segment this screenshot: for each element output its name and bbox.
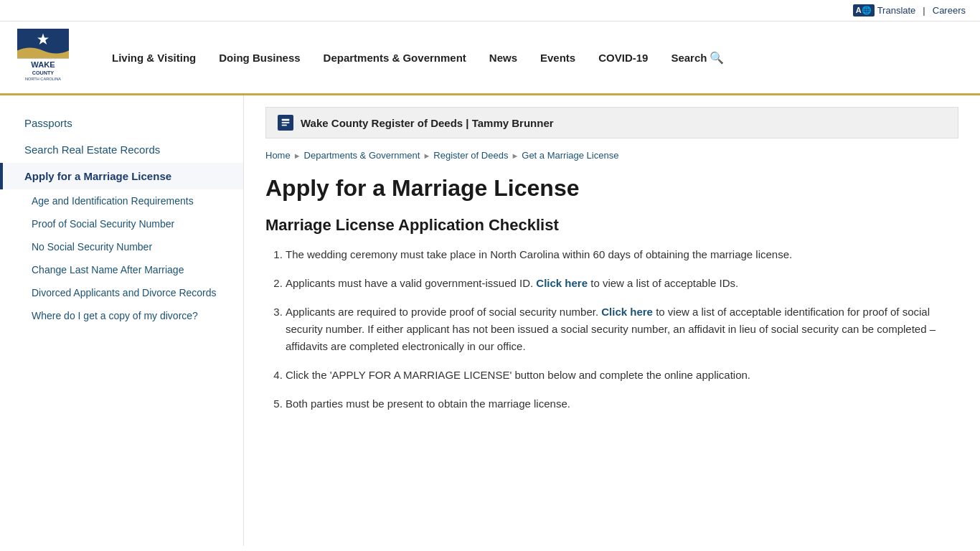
sidebar-item-change-name[interactable]: Change Last Name After Marriage [0, 258, 243, 281]
checklist-item-3: Applicants are required to provide proof… [286, 303, 958, 355]
sidebar-item-age-id[interactable]: Age and Identification Requirements [0, 189, 243, 212]
nav-doing-business[interactable]: Doing Business [207, 29, 311, 88]
checklist-item-2: Applicants must have a valid government-… [286, 275, 958, 292]
page-container: Passports Search Real Estate Records App… [0, 95, 980, 546]
nav-covid19[interactable]: COVID-19 [587, 29, 659, 88]
site-header: WAKE COUNTY NORTH CAROLINA Living & Visi… [0, 22, 980, 95]
translate-icon: A🌐 [853, 4, 875, 17]
sidebar-item-passports[interactable]: Passports [0, 110, 243, 136]
checklist-item-4: Click the 'APPLY FOR A MARRIAGE LICENSE'… [286, 367, 958, 384]
checklist-item-5: Both parties must be present to obtain t… [286, 395, 958, 413]
separator: | [923, 5, 925, 16]
nav-living-visiting[interactable]: Living & Visiting [100, 29, 207, 88]
svg-text:WAKE: WAKE [31, 60, 55, 69]
breadcrumb-sep-1: ► [293, 151, 301, 160]
sidebar-item-no-ssn[interactable]: No Social Security Number [0, 235, 243, 258]
nav-events[interactable]: Events [529, 29, 587, 88]
dept-banner: Wake County Register of Deeds | Tammy Br… [265, 107, 958, 138]
breadcrumb-register-deeds[interactable]: Register of Deeds [433, 150, 508, 161]
utility-bar: A🌐 Translate | Careers [0, 0, 980, 22]
checklist-item-3-link[interactable]: Click here [601, 306, 653, 318]
translate-link[interactable]: Translate [877, 5, 916, 16]
logo-area: WAKE COUNTY NORTH CAROLINA [14, 22, 86, 93]
breadcrumb-sep-2: ► [423, 151, 430, 160]
breadcrumb: Home ► Departments & Government ► Regist… [265, 150, 958, 161]
sidebar-item-copy-divorce[interactable]: Where do I get a copy of my divorce? [0, 304, 243, 327]
checklist-item-2-link[interactable]: Click here [536, 277, 588, 289]
sidebar-item-real-estate[interactable]: Search Real Estate Records [0, 136, 243, 163]
svg-rect-7 [282, 122, 290, 123]
checklist-item-3-before: Applicants are required to provide proof… [286, 306, 601, 318]
checklist-item-1-text: The wedding ceremony must take place in … [286, 248, 792, 260]
breadcrumb-departments[interactable]: Departments & Government [304, 150, 420, 161]
dept-banner-text: Wake County Register of Deeds | Tammy Br… [301, 117, 554, 129]
breadcrumb-sep-3: ► [511, 151, 519, 160]
dept-icon [278, 115, 293, 131]
breadcrumb-marriage-license[interactable]: Get a Marriage License [522, 150, 618, 161]
main-content: Wake County Register of Deeds | Tammy Br… [244, 95, 980, 546]
svg-text:COUNTY: COUNTY [32, 70, 55, 76]
svg-rect-8 [282, 125, 287, 126]
checklist-item-2-after: to view a list of acceptable IDs. [590, 277, 738, 289]
checklist-item-1: The wedding ceremony must take place in … [286, 246, 958, 263]
sidebar: Passports Search Real Estate Records App… [0, 95, 244, 546]
site-logo: WAKE COUNTY NORTH CAROLINA [14, 29, 72, 86]
svg-rect-6 [282, 119, 290, 121]
careers-link[interactable]: Careers [933, 5, 966, 16]
sidebar-item-divorced[interactable]: Divorced Applicants and Divorce Records [0, 281, 243, 304]
breadcrumb-home[interactable]: Home [265, 150, 291, 161]
nav-news[interactable]: News [478, 29, 529, 88]
nav-search[interactable]: Search 🔍 [659, 29, 735, 88]
main-nav: Living & Visiting Doing Business Departm… [100, 29, 735, 86]
checklist-item-2-before: Applicants must have a valid government-… [286, 277, 536, 289]
search-label: Search [671, 52, 707, 64]
svg-text:NORTH CAROLINA: NORTH CAROLINA [25, 77, 61, 81]
sidebar-item-proof-ssn[interactable]: Proof of Social Security Number [0, 212, 243, 235]
checklist: The wedding ceremony must take place in … [268, 246, 958, 413]
section-title: Marriage License Application Checklist [265, 216, 958, 235]
nav-departments-government[interactable]: Departments & Government [312, 29, 478, 88]
search-icon: 🔍 [710, 51, 724, 65]
checklist-item-4-text: Click the 'APPLY FOR A MARRIAGE LICENSE'… [286, 369, 750, 381]
checklist-item-5-text: Both parties must be present to obtain t… [286, 397, 570, 410]
page-title: Apply for a Marriage License [265, 175, 958, 202]
translate-area: A🌐 Translate [853, 4, 916, 17]
sidebar-item-marriage-license[interactable]: Apply for a Marriage License [0, 163, 243, 189]
